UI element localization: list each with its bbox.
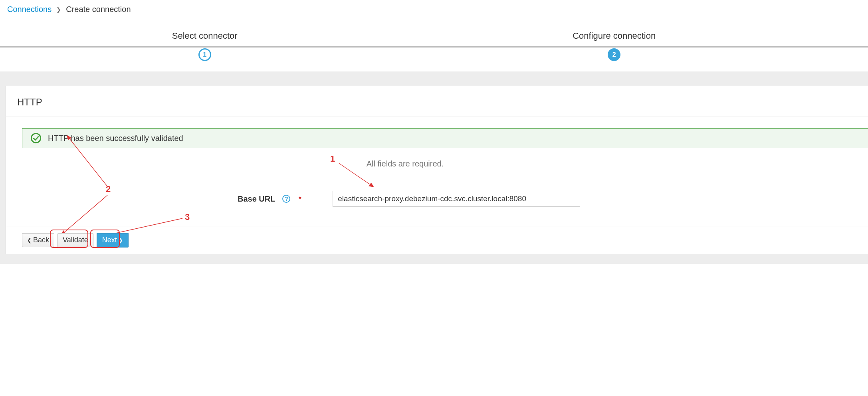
wizard-step-select-connector[interactable]: Select connector 1	[0, 31, 409, 61]
wizard-line	[0, 46, 868, 48]
wizard-step-label: Select connector	[0, 31, 409, 41]
wizard-step-number: 1	[198, 48, 211, 61]
next-button[interactable]: Next ❯	[97, 233, 129, 248]
chevron-right-icon: ❯	[119, 237, 123, 243]
connection-panel: HTTP HTTP has been successfully validate…	[6, 86, 868, 254]
chevron-right-icon: ❯	[56, 6, 61, 13]
annotation-1-label: 1	[330, 154, 335, 164]
panel-title: HTTP	[17, 97, 857, 108]
chevron-left-icon: ❮	[27, 237, 32, 243]
validate-button[interactable]: Validate	[57, 233, 93, 247]
content-area: HTTP HTTP has been successfully validate…	[0, 71, 868, 264]
svg-line-1	[339, 163, 373, 186]
wizard-steps: Select connector 1 Configure connection …	[0, 17, 868, 71]
svg-point-0	[31, 133, 40, 143]
validate-button-label: Validate	[63, 236, 88, 244]
svg-line-2	[67, 136, 107, 186]
wizard-step-label: Configure connection	[409, 31, 818, 41]
help-icon[interactable]: ?	[282, 195, 290, 203]
baseurl-input[interactable]	[333, 191, 580, 207]
panel-header: HTTP	[6, 86, 868, 117]
baseurl-label: Base URL	[238, 194, 275, 204]
wizard-step-number: 2	[608, 48, 620, 61]
next-button-label: Next	[102, 236, 117, 244]
baseurl-row: Base URL ? *	[22, 191, 868, 207]
panel-body: HTTP has been successfully validated All…	[6, 117, 868, 226]
validation-success-alert: HTTP has been successfully validated	[22, 128, 868, 148]
check-circle-icon	[30, 133, 42, 144]
breadcrumb-current: Create connection	[66, 5, 131, 14]
panel-footer: ❮ Back Validate Next ❯	[6, 226, 868, 254]
back-button[interactable]: ❮ Back	[22, 233, 54, 247]
annotation-1-arrow	[335, 160, 379, 192]
breadcrumb-connections-link[interactable]: Connections	[7, 5, 52, 14]
back-button-label: Back	[33, 236, 49, 244]
helper-text: All fields are required.	[22, 159, 868, 168]
breadcrumb: Connections ❯ Create connection	[0, 0, 868, 17]
wizard-step-configure-connection[interactable]: Configure connection 2	[409, 31, 818, 61]
required-indicator: *	[298, 194, 301, 204]
